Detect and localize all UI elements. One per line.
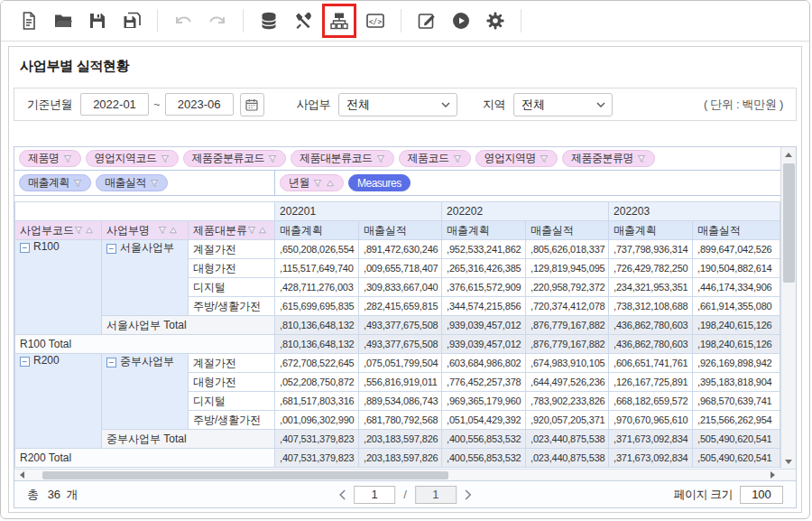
value-cell: ,115,517,649,740 bbox=[275, 259, 359, 278]
filter-funnel-icon[interactable] bbox=[268, 154, 277, 163]
page-size-input[interactable] bbox=[740, 486, 783, 504]
toolbar-separator bbox=[401, 9, 401, 33]
period-header[interactable]: 202203 bbox=[609, 202, 780, 221]
save-icon bbox=[87, 10, 108, 32]
pivot-row: R200중부사업부계절가전,672,708,522,645,075,051,79… bbox=[15, 354, 780, 373]
undo-icon bbox=[172, 10, 194, 32]
code-button[interactable]: </> bbox=[362, 7, 389, 34]
filter-funnel-icon[interactable] bbox=[313, 179, 322, 188]
redo-icon bbox=[207, 10, 228, 32]
region-label: 지역 bbox=[483, 97, 505, 113]
pivot-filter-field-chip[interactable]: 제품명 bbox=[19, 150, 81, 167]
filter-funnel-icon[interactable] bbox=[63, 154, 72, 163]
database-button[interactable] bbox=[255, 7, 282, 34]
pivot-filter-field-chip[interactable]: 제품중분류코드 bbox=[183, 150, 287, 167]
pivot-value-field-chip[interactable]: 매출계획 bbox=[19, 174, 91, 191]
save-button[interactable] bbox=[84, 7, 111, 34]
pivot-filter-field-chip[interactable]: 제품코드 bbox=[399, 150, 471, 167]
filter-funnel-icon[interactable] bbox=[637, 154, 646, 163]
filter-funnel-icon[interactable] bbox=[158, 226, 167, 235]
filter-funnel-icon[interactable] bbox=[247, 226, 256, 235]
grid-left: 제품명영업지역코드제품중분류코드제품대분류코드제품코드영업지역명제품중분류명 매… bbox=[14, 147, 780, 469]
collapse-icon[interactable] bbox=[106, 244, 116, 254]
vertical-scrollbar[interactable] bbox=[780, 147, 796, 469]
measure-header[interactable]: 매출실적 bbox=[693, 221, 780, 240]
category-cell: 디지털 bbox=[189, 278, 275, 297]
scroll-down-button[interactable] bbox=[781, 454, 797, 469]
redo-button[interactable] bbox=[204, 7, 231, 34]
horizontal-scrollbar[interactable] bbox=[14, 469, 796, 480]
calendar-button[interactable] bbox=[240, 93, 264, 116]
collapse-icon[interactable] bbox=[20, 243, 30, 253]
run-button[interactable] bbox=[448, 7, 475, 34]
measure-header[interactable]: 매출계획 bbox=[442, 221, 526, 240]
current-page-input[interactable] bbox=[354, 486, 395, 504]
division-name-cell[interactable]: 서울사업부 bbox=[102, 240, 189, 316]
row-field-header[interactable]: 사업부코드 bbox=[15, 221, 102, 240]
row-field-header[interactable]: 제품대분류 bbox=[189, 221, 275, 240]
filter-funnel-icon[interactable] bbox=[74, 226, 83, 235]
filter-funnel-icon[interactable] bbox=[73, 179, 82, 188]
scroll-left-button[interactable] bbox=[14, 470, 30, 481]
value-cell: ,681,517,803,316 bbox=[275, 392, 359, 411]
vertical-scroll-thumb[interactable] bbox=[783, 163, 795, 283]
collapse-icon[interactable] bbox=[20, 357, 30, 367]
chip-label: 매출계획 bbox=[28, 175, 69, 191]
pivot-value-field-chip[interactable]: 매출실적 bbox=[96, 174, 168, 191]
region-select[interactable]: 전체 bbox=[513, 93, 613, 116]
division-name-cell[interactable]: 중부사업부 bbox=[102, 354, 189, 430]
pivot-filter-field-chip[interactable]: 영업지역명 bbox=[475, 150, 558, 167]
pivot-filter-field-chip[interactable]: 제품대분류코드 bbox=[291, 150, 394, 167]
period-to-input[interactable] bbox=[165, 93, 234, 116]
value-cell: ,650,208,026,554 bbox=[275, 240, 359, 259]
division-code-cell[interactable]: R200 bbox=[15, 354, 102, 449]
value-cell: ,371,673,092,834 bbox=[609, 430, 693, 449]
filter-funnel-icon[interactable] bbox=[150, 179, 159, 188]
sort-ascending-icon[interactable] bbox=[85, 226, 94, 235]
row-field-header[interactable]: 사업부명 bbox=[102, 221, 189, 240]
filter-funnel-icon[interactable] bbox=[453, 154, 462, 163]
undo-button[interactable] bbox=[170, 7, 197, 34]
new-document-button[interactable] bbox=[15, 7, 42, 34]
value-cell: ,436,862,780,603 bbox=[609, 316, 693, 335]
value-cell: ,009,655,718,407 bbox=[359, 259, 442, 278]
pivot-column-field-chip[interactable]: 년월 bbox=[280, 174, 344, 191]
value-cell: ,407,531,379,823 bbox=[275, 430, 359, 449]
prev-page-button[interactable] bbox=[338, 489, 346, 500]
period-header[interactable]: 202202 bbox=[442, 202, 609, 221]
settings-button[interactable] bbox=[482, 7, 509, 34]
value-cell: ,051,054,429,392 bbox=[442, 411, 526, 430]
collapse-icon[interactable] bbox=[106, 358, 116, 367]
sort-ascending-icon[interactable] bbox=[169, 226, 178, 235]
pager: / bbox=[338, 486, 472, 504]
pivot-measures-chip[interactable]: Measures bbox=[348, 174, 411, 191]
row-field-label: 사업부명 bbox=[106, 223, 150, 238]
period-from-input[interactable] bbox=[80, 93, 149, 116]
save-all-button[interactable] bbox=[118, 7, 145, 34]
division-select[interactable]: 전체 bbox=[338, 93, 457, 116]
tools-button[interactable] bbox=[290, 7, 317, 34]
next-page-button[interactable] bbox=[465, 489, 472, 500]
division-code-cell[interactable]: R100 bbox=[15, 240, 102, 335]
pivot-filter-field-chip[interactable]: 영업지역코드 bbox=[86, 150, 179, 167]
filter-funnel-icon[interactable] bbox=[540, 154, 549, 163]
measure-header[interactable]: 매출계획 bbox=[275, 221, 359, 240]
sort-ascending-icon[interactable] bbox=[258, 226, 267, 235]
measure-header[interactable]: 매출계획 bbox=[609, 221, 693, 240]
filter-funnel-icon[interactable] bbox=[376, 154, 385, 163]
scroll-up-button[interactable] bbox=[781, 147, 797, 162]
pivot-filter-field-chip[interactable]: 제품중분류명 bbox=[562, 150, 655, 167]
hierarchy-button[interactable] bbox=[326, 7, 353, 34]
chip-label: 영업지역명 bbox=[484, 151, 537, 166]
edit-button[interactable] bbox=[413, 7, 440, 34]
measure-header[interactable]: 매출실적 bbox=[526, 221, 609, 240]
value-cell: ,075,051,799,504 bbox=[359, 354, 442, 373]
open-folder-button[interactable] bbox=[50, 7, 77, 34]
scroll-right-button[interactable] bbox=[765, 470, 780, 481]
horizontal-scroll-thumb[interactable] bbox=[42, 471, 448, 479]
filter-funnel-icon[interactable] bbox=[161, 154, 170, 163]
measure-header[interactable]: 매출실적 bbox=[359, 221, 442, 240]
period-header[interactable]: 202201 bbox=[275, 202, 442, 221]
sort-ascending-icon[interactable] bbox=[326, 179, 335, 188]
value-cell: ,234,321,953,351 bbox=[609, 278, 693, 297]
